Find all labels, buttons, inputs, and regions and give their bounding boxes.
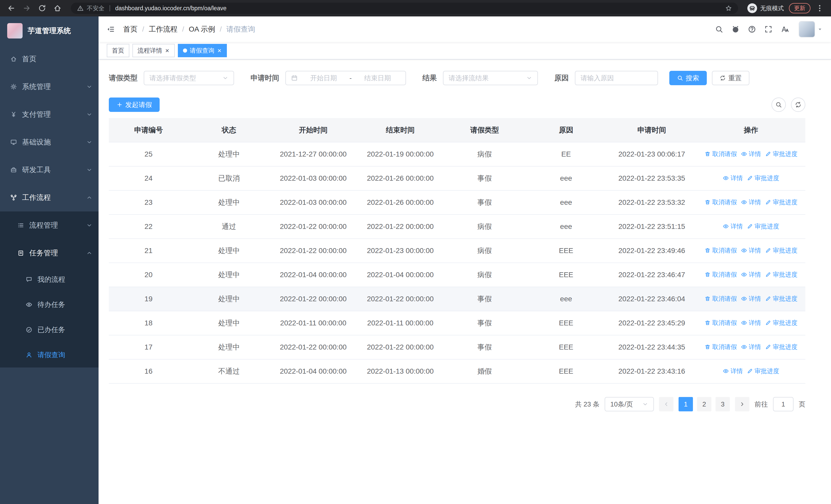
detail-link[interactable]: 详情 (741, 295, 761, 303)
sidebar-item-process-mgmt[interactable]: 流程管理 (0, 211, 98, 239)
detail-link[interactable]: 详情 (741, 319, 761, 327)
sidebar-item-todo-tasks[interactable]: 待办任务 (0, 292, 98, 317)
flow-icon (10, 194, 17, 201)
tab-leave-query[interactable]: 请假查询× (178, 44, 227, 57)
start-date-input[interactable]: 开始日期 (301, 73, 346, 83)
cell-apply-time: 2022-01-22 23:46:04 (607, 287, 696, 311)
sidebar-item-my-process[interactable]: 我的流程 (0, 267, 98, 292)
detail-link[interactable]: 详情 (723, 174, 743, 182)
end-date-input[interactable]: 结束日期 (355, 73, 400, 83)
sidebar-item-task-mgmt[interactable]: 任务管理 (0, 239, 98, 267)
approval-progress-link[interactable]: 审批进度 (765, 295, 797, 303)
cell-id: 16 (109, 359, 188, 383)
detail-link[interactable]: 详情 (723, 222, 743, 231)
browser-reload-button[interactable] (36, 2, 48, 14)
leave-type-select[interactable]: 请选择请假类型 (144, 71, 234, 85)
approval-progress-link[interactable]: 审批进度 (765, 319, 797, 327)
next-page-button[interactable] (735, 397, 749, 411)
detail-link[interactable]: 详情 (741, 246, 761, 255)
detail-label: 详情 (749, 319, 761, 327)
column-header: 原因 (525, 118, 607, 142)
refresh-table-button[interactable] (791, 97, 805, 112)
cancel-leave-link[interactable]: 取消请假 (705, 150, 737, 158)
fullscreen-button[interactable] (760, 19, 777, 39)
breadcrumb-item[interactable]: 首页 (123, 24, 138, 34)
page-button-3[interactable]: 3 (716, 397, 730, 411)
approval-progress-link[interactable]: 审批进度 (747, 174, 779, 182)
detail-link[interactable]: 详情 (741, 343, 761, 351)
breadcrumb-item[interactable]: OA 示例 (189, 24, 215, 34)
goto-page-input[interactable] (773, 397, 794, 411)
browser-menu-button[interactable] (813, 2, 826, 14)
breadcrumb-item[interactable]: 工作流程 (149, 24, 178, 34)
sidebar-item-done-tasks[interactable]: 已办任务 (0, 317, 98, 342)
cell-apply-time: 2022-01-22 23:43:16 (607, 359, 696, 383)
sidebar-item-workflow[interactable]: 工作流程 (0, 184, 98, 211)
approval-progress-link[interactable]: 审批进度 (765, 198, 797, 206)
detail-link[interactable]: 详情 (723, 367, 743, 375)
sidebar-item-payment[interactable]: 支付管理 (0, 100, 98, 128)
search-button[interactable] (711, 19, 727, 39)
navbar-icon-group (711, 19, 793, 39)
result-select[interactable]: 请选择流结果 (443, 71, 538, 85)
github-button[interactable] (727, 19, 744, 39)
cancel-leave-link[interactable]: 取消请假 (705, 198, 737, 206)
reason-label: 原因 (554, 73, 569, 83)
url-text[interactable]: dashboard.yudao.iocoder.cn/bpm/oa/leave (115, 5, 226, 12)
tab-close-icon[interactable]: × (217, 47, 222, 54)
tab-home[interactable]: 首页 (107, 44, 130, 57)
table-row: 16不通过2022-01-04 00:00:002022-01-13 00:00… (109, 359, 805, 383)
approval-progress-link[interactable]: 审批进度 (747, 367, 779, 375)
page-button-1[interactable]: 1 (679, 397, 693, 411)
bookmark-star-icon[interactable] (725, 5, 732, 11)
cell-leave-type: 事假 (444, 190, 525, 214)
column-header: 开始时间 (270, 118, 357, 142)
search-button[interactable]: 搜索 (669, 71, 707, 85)
security-label[interactable]: 不安全 (87, 4, 105, 12)
sidebar-item-leave-query[interactable]: 请假查询 (0, 342, 98, 367)
table-row: 24已取消2022-01-03 00:00:002022-01-26 00:00… (109, 166, 805, 190)
search-icon (677, 75, 683, 81)
reset-button[interactable]: 重置 (712, 71, 749, 85)
address-bar[interactable]: 不安全 dashboard.yudao.iocoder.cn/bpm/oa/le… (71, 3, 738, 14)
create-leave-button[interactable]: 发起请假 (109, 97, 160, 112)
sidebar-item-devtools[interactable]: 研发工具 (0, 156, 98, 184)
approval-progress-link[interactable]: 审批进度 (765, 246, 797, 255)
sidebar-item-home[interactable]: 首页 (0, 45, 98, 73)
tab-process-detail[interactable]: 流程详情× (133, 44, 175, 57)
approval-progress-link[interactable]: 审批进度 (765, 150, 797, 158)
app-logo[interactable]: 芋道管理系统 (0, 17, 98, 45)
tab-close-icon[interactable]: × (165, 47, 170, 54)
browser-home-button[interactable] (51, 2, 64, 14)
approval-progress-link[interactable]: 审批进度 (765, 270, 797, 279)
detail-link[interactable]: 详情 (741, 270, 761, 279)
sidebar-item-infra[interactable]: 基础设施 (0, 128, 98, 156)
prev-page-button[interactable] (659, 397, 674, 411)
cancel-leave-link[interactable]: 取消请假 (705, 270, 737, 279)
app-title: 芋道管理系统 (28, 26, 71, 36)
browser-update-chip[interactable]: 更新 (789, 3, 810, 13)
page-size-select[interactable]: 10条/页 (605, 397, 654, 411)
browser-forward-button[interactable] (21, 2, 33, 14)
detail-link[interactable]: 详情 (741, 150, 761, 158)
sidebar-toggle-button[interactable] (107, 25, 115, 33)
browser-back-button[interactable] (5, 2, 18, 14)
question-button[interactable] (744, 19, 760, 39)
cancel-leave-link[interactable]: 取消请假 (705, 295, 737, 303)
pen-icon (747, 368, 753, 374)
apply-time-range-picker[interactable]: 开始日期 - 结束日期 (285, 71, 406, 85)
cancel-leave-link[interactable]: 取消请假 (705, 319, 737, 327)
cancel-leave-link[interactable]: 取消请假 (705, 246, 737, 255)
detail-link[interactable]: 详情 (741, 198, 761, 206)
approval-progress-link[interactable]: 审批进度 (765, 343, 797, 351)
cancel-leave-link[interactable]: 取消请假 (705, 343, 737, 351)
font-size-button[interactable] (777, 19, 793, 39)
cancel-leave-label: 取消请假 (712, 295, 737, 303)
sidebar-item-system[interactable]: 系统管理 (0, 73, 98, 100)
approval-progress-link[interactable]: 审批进度 (747, 222, 779, 231)
toggle-search-button[interactable] (771, 97, 786, 112)
page-button-2[interactable]: 2 (697, 397, 711, 411)
reason-input[interactable]: 请输入原因 (575, 71, 658, 85)
chevron-down-icon (86, 84, 92, 90)
user-menu[interactable] (799, 22, 823, 37)
